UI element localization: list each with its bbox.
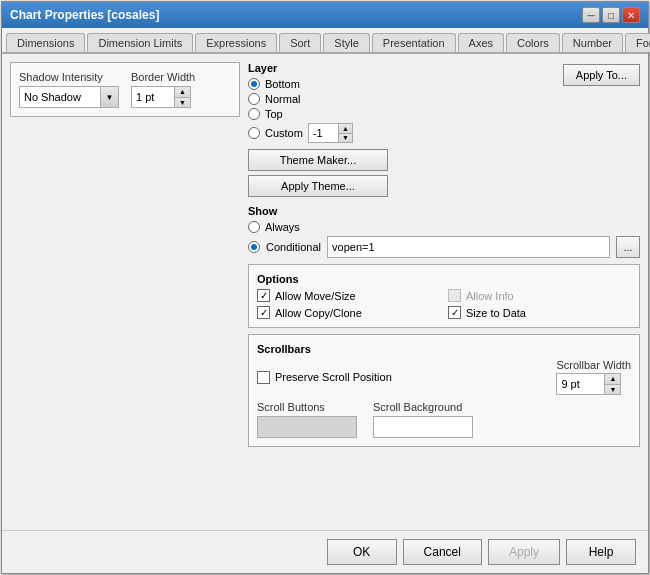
tab-font[interactable]: Font (625, 33, 650, 52)
ok-button[interactable]: OK (327, 539, 397, 565)
maximize-button[interactable]: □ (602, 7, 620, 23)
shadow-field-group: Shadow Intensity No Shadow ▼ (19, 71, 119, 108)
size-to-data-label: Size to Data (466, 307, 526, 319)
scroll-buttons-label: Scroll Buttons (257, 401, 357, 413)
bottom-bar: OK Cancel Apply Help (2, 530, 648, 573)
option-copy-clone: Allow Copy/Clone (257, 306, 440, 319)
condition-browse-button[interactable]: ... (616, 236, 640, 258)
scrollbar-width-up[interactable]: ▲ (605, 374, 620, 385)
layer-normal-label: Normal (265, 93, 300, 105)
preserve-scroll-checkbox[interactable] (257, 371, 270, 384)
show-radio-group: Always Conditional ... (248, 221, 640, 258)
scrollbar-width-arrows: ▲ ▼ (604, 374, 620, 394)
close-button[interactable]: ✕ (622, 7, 640, 23)
right-panel: Layer Bottom Normal Top (248, 62, 640, 522)
scrollbars-section: Scrollbars Preserve Scroll Position Scro… (248, 334, 640, 447)
apply-theme-button[interactable]: Apply Theme... (248, 175, 388, 197)
show-section: Show Always Conditional ... (248, 205, 640, 258)
size-to-data-checkbox[interactable] (448, 306, 461, 319)
layer-bottom-label: Bottom (265, 78, 300, 90)
layer-radio-group: Bottom Normal Top Custom (248, 78, 555, 143)
layer-custom-arrows: ▲ ▼ (338, 124, 352, 142)
layer-custom-item[interactable]: Custom -1 ▲ ▼ (248, 123, 555, 143)
options-section: Options Allow Move/Size Allow Info Allow… (248, 264, 640, 328)
border-field-group: Border Width 1 pt ▲ ▼ (131, 71, 195, 108)
layer-bottom-radio[interactable] (248, 78, 260, 90)
condition-input[interactable] (327, 236, 610, 258)
tab-presentation[interactable]: Presentation (372, 33, 456, 52)
preserve-scroll-label: Preserve Scroll Position (275, 371, 392, 383)
tab-dimensions[interactable]: Dimensions (6, 33, 85, 52)
shadow-select[interactable]: No Shadow ▼ (19, 86, 119, 108)
border-value: 1 pt (132, 89, 174, 105)
layer-label: Layer (248, 62, 555, 74)
border-label: Border Width (131, 71, 195, 83)
shadow-border-group: Shadow Intensity No Shadow ▼ Border Widt… (10, 62, 240, 117)
show-always-item[interactable]: Always (248, 221, 640, 233)
layer-custom-spinner[interactable]: -1 ▲ ▼ (308, 123, 353, 143)
tab-expressions[interactable]: Expressions (195, 33, 277, 52)
option-move-size: Allow Move/Size (257, 289, 440, 302)
show-conditional-radio[interactable] (248, 241, 260, 253)
tabs-bar: Dimensions Dimension Limits Expressions … (2, 28, 648, 54)
scrollbar-width-value: 9 pt (557, 376, 604, 392)
content-area: Shadow Intensity No Shadow ▼ Border Widt… (2, 54, 648, 530)
border-spinner-arrows: ▲ ▼ (174, 87, 190, 107)
move-size-checkbox[interactable] (257, 289, 270, 302)
scroll-bg-swatch[interactable] (373, 416, 473, 438)
tab-sort[interactable]: Sort (279, 33, 321, 52)
main-window: Chart Properties [cosales] ─ □ ✕ Dimensi… (1, 1, 649, 574)
apply-to-button[interactable]: Apply To... (563, 64, 640, 86)
layer-normal-radio[interactable] (248, 93, 260, 105)
scroll-background-group: Scroll Background (373, 401, 473, 438)
apply-button[interactable]: Apply (488, 539, 560, 565)
border-down-arrow[interactable]: ▼ (175, 98, 190, 108)
scrollbars-row2: Scroll Buttons Scroll Background (257, 401, 631, 438)
layer-top-item[interactable]: Top (248, 108, 555, 120)
allow-info-checkbox[interactable] (448, 289, 461, 302)
layer-custom-radio[interactable] (248, 127, 260, 139)
layer-top-radio[interactable] (248, 108, 260, 120)
help-button[interactable]: Help (566, 539, 636, 565)
cancel-button[interactable]: Cancel (403, 539, 482, 565)
shadow-border-row: Shadow Intensity No Shadow ▼ Border Widt… (19, 71, 231, 108)
theme-maker-button[interactable]: Theme Maker... (248, 149, 388, 171)
preserve-scroll-item: Preserve Scroll Position (257, 371, 392, 384)
show-conditional-label: Conditional (266, 241, 321, 253)
show-label: Show (248, 205, 640, 217)
copy-clone-checkbox[interactable] (257, 306, 270, 319)
title-bar: Chart Properties [cosales] ─ □ ✕ (2, 2, 648, 28)
layer-custom-label: Custom (265, 127, 303, 139)
show-conditional-item[interactable]: Conditional ... (248, 236, 640, 258)
layer-normal-item[interactable]: Normal (248, 93, 555, 105)
window-title: Chart Properties [cosales] (10, 8, 159, 22)
scrollbar-width-group: Scrollbar Width 9 pt ▲ ▼ (556, 359, 631, 395)
tab-dimension-limits[interactable]: Dimension Limits (87, 33, 193, 52)
shadow-dropdown-arrow[interactable]: ▼ (100, 87, 118, 107)
border-up-arrow[interactable]: ▲ (175, 87, 190, 98)
border-spinner[interactable]: 1 pt ▲ ▼ (131, 86, 191, 108)
left-panel: Shadow Intensity No Shadow ▼ Border Widt… (10, 62, 240, 522)
scrollbar-width-down[interactable]: ▼ (605, 385, 620, 395)
tab-style[interactable]: Style (323, 33, 369, 52)
layer-custom-up[interactable]: ▲ (339, 124, 352, 134)
tab-colors[interactable]: Colors (506, 33, 560, 52)
minimize-button[interactable]: ─ (582, 7, 600, 23)
tab-number[interactable]: Number (562, 33, 623, 52)
tab-axes[interactable]: Axes (458, 33, 504, 52)
scrollbar-width-spinner[interactable]: 9 pt ▲ ▼ (556, 373, 621, 395)
options-label: Options (257, 273, 631, 285)
show-always-label: Always (265, 221, 300, 233)
layer-bottom-item[interactable]: Bottom (248, 78, 555, 90)
layer-custom-value: -1 (309, 125, 338, 141)
scroll-buttons-group: Scroll Buttons (257, 401, 357, 438)
scroll-buttons-swatch[interactable] (257, 416, 357, 438)
theme-buttons-group: Theme Maker... Apply Theme... (248, 149, 640, 197)
move-size-label: Allow Move/Size (275, 290, 356, 302)
copy-clone-label: Allow Copy/Clone (275, 307, 362, 319)
shadow-value: No Shadow (20, 89, 100, 105)
layer-custom-down[interactable]: ▼ (339, 134, 352, 143)
show-always-radio[interactable] (248, 221, 260, 233)
layer-top-label: Top (265, 108, 283, 120)
options-grid: Allow Move/Size Allow Info Allow Copy/Cl… (257, 289, 631, 319)
